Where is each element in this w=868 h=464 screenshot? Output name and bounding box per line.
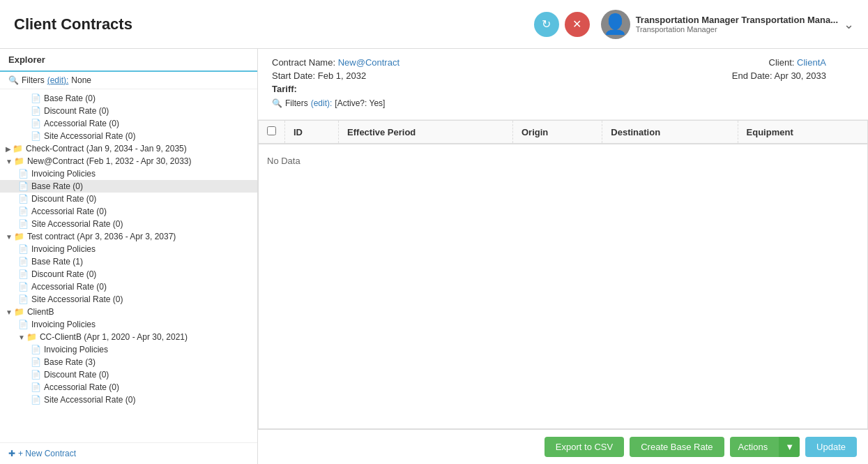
tree-item-label: ClientB bbox=[27, 307, 54, 317]
end-date-label: End Date: bbox=[732, 70, 772, 81]
tariff-table: ID Effective Period Origin Destination E… bbox=[259, 121, 867, 177]
doc-icon: 📄 bbox=[18, 244, 29, 254]
tree-item-label: Site Accessorial Rate (0) bbox=[31, 219, 123, 229]
tree-item-accessorial-rate-2[interactable]: 📄Accessorial Rate (0) bbox=[0, 205, 257, 218]
tree-item-label: Site Accessorial Rate (0) bbox=[44, 395, 135, 405]
tree-item-test-contract[interactable]: ▼📁Test contract (Apr 3, 2036 - Apr 3, 20… bbox=[0, 230, 257, 243]
tree-item-label: Discount Rate (0) bbox=[44, 370, 109, 380]
folder-icon: 📁 bbox=[26, 332, 37, 342]
tree-item-label: Accessorial Rate (0) bbox=[44, 382, 119, 392]
col-equipment: Equipment bbox=[738, 121, 867, 144]
tree-item-check-contract[interactable]: ▶📁Check-Contract (Jan 9, 2034 - Jan 9, 2… bbox=[0, 142, 257, 155]
contract-name-item: Contract Name: New@Contract bbox=[272, 57, 399, 68]
bottom-bar: Export to CSV Create Base Rate Actions ▼… bbox=[258, 429, 868, 464]
export-csv-button[interactable]: Export to CSV bbox=[545, 437, 624, 457]
user-section: 👤 Transportation Manager Transportation … bbox=[601, 10, 854, 39]
tree-item-clientB[interactable]: ▼📁ClientB bbox=[0, 306, 257, 318]
tree-item-base-rate-5[interactable]: 📄Base Rate (3) bbox=[0, 356, 257, 368]
expand-icon[interactable]: ▼ bbox=[6, 308, 13, 316]
tree-item-label: Discount Rate (0) bbox=[44, 106, 109, 116]
doc-icon: 📄 bbox=[18, 194, 29, 204]
tree-item-label: Test contract (Apr 3, 2036 - Apr 3, 2037… bbox=[27, 232, 176, 241]
tree-container[interactable]: 📄Base Rate (0)📄Discount Rate (0)📄Accesso… bbox=[0, 89, 257, 442]
tree-item-discount-rate-2[interactable]: 📄Discount Rate (0) bbox=[0, 193, 257, 205]
update-button[interactable]: Update bbox=[805, 437, 857, 457]
tariff-label: Tariff: bbox=[272, 84, 854, 94]
doc-icon: 📄 bbox=[31, 119, 41, 128]
tariff-filters-value: [Active?: Yes] bbox=[335, 98, 385, 108]
client-item: Client: ClientA bbox=[769, 57, 826, 68]
content-area: Contract Name: New@Contract Client: Clie… bbox=[258, 49, 868, 464]
tree-item-label: Accessorial Rate (0) bbox=[31, 282, 107, 292]
folder-icon: 📁 bbox=[14, 156, 24, 166]
doc-icon: 📄 bbox=[18, 169, 29, 179]
expand-icon[interactable]: ▶ bbox=[6, 145, 11, 153]
tree-item-discount-rate-5[interactable]: 📄Discount Rate (0) bbox=[0, 368, 257, 381]
create-base-rate-button[interactable]: Create Base Rate bbox=[630, 437, 724, 457]
tree-item-site-accessorial-rate-3[interactable]: 📄Site Accessorial Rate (0) bbox=[0, 293, 257, 306]
tree-item-new-contract[interactable]: ▼📁New@Contract (Feb 1, 2032 - Apr 30, 20… bbox=[0, 155, 257, 167]
tree-item-invoicing-policies-4[interactable]: 📄Invoicing Policies bbox=[0, 318, 257, 331]
avatar: 👤 bbox=[601, 10, 630, 39]
tree-item-base-rate-1[interactable]: 📄Base Rate (0) bbox=[0, 92, 257, 105]
folder-icon: 📁 bbox=[14, 232, 24, 241]
folder-icon: 📁 bbox=[13, 144, 23, 154]
search-icon: 🔍 bbox=[8, 75, 19, 85]
tariff-filters-edit[interactable]: (edit): bbox=[311, 98, 333, 108]
main-container: Explorer 🔍 Filters (edit): None 📄Base Ra… bbox=[0, 49, 868, 464]
tree-item-label: Check-Contract (Jan 9, 2034 - Jan 9, 203… bbox=[26, 144, 187, 154]
tree-item-base-rate-2[interactable]: 📄Base Rate (0) bbox=[0, 180, 257, 193]
tree-item-label: Discount Rate (0) bbox=[31, 194, 96, 204]
tree-item-base-rate-3[interactable]: 📄Base Rate (1) bbox=[0, 255, 257, 268]
tree-item-label: Invoicing Policies bbox=[31, 244, 96, 254]
tariff-table-wrapper[interactable]: ID Effective Period Origin Destination E… bbox=[258, 120, 868, 429]
close-button[interactable]: ✕ bbox=[565, 12, 590, 37]
info-row-1: Contract Name: New@Contract Client: Clie… bbox=[272, 57, 854, 68]
tree-item-label: Base Rate (0) bbox=[31, 181, 83, 191]
tree-item-accessorial-rate-1[interactable]: 📄Accessorial Rate (0) bbox=[0, 117, 257, 130]
tariff-filters: 🔍 Filters (edit): [Active?: Yes] bbox=[272, 98, 854, 108]
start-date-value: Feb 1, 2032 bbox=[318, 70, 366, 81]
tree-item-site-accessorial-rate-1[interactable]: 📄Site Accessorial Rate (0) bbox=[0, 130, 257, 142]
tree-item-label: Base Rate (0) bbox=[44, 93, 96, 103]
tree-item-site-accessorial-rate-5[interactable]: 📄Site Accessorial Rate (0) bbox=[0, 394, 257, 406]
tree-item-invoicing-policies-5[interactable]: 📄Invoicing Policies bbox=[0, 343, 257, 356]
end-date-value: Apr 30, 2033 bbox=[775, 70, 826, 81]
tree-item-label: New@Contract (Feb 1, 2032 - Apr 30, 2033… bbox=[27, 156, 192, 166]
tree-item-site-accessorial-rate-2[interactable]: 📄Site Accessorial Rate (0) bbox=[0, 218, 257, 230]
expand-icon[interactable]: ▼ bbox=[18, 334, 25, 341]
actions-label[interactable]: Actions bbox=[730, 437, 777, 457]
start-date-item: Start Date: Feb 1, 2032 bbox=[272, 70, 366, 81]
doc-icon: 📄 bbox=[18, 282, 29, 292]
client-label: Client: bbox=[769, 57, 795, 68]
tree-item-label: Accessorial Rate (0) bbox=[31, 207, 107, 216]
tree-item-discount-rate-3[interactable]: 📄Discount Rate (0) bbox=[0, 268, 257, 280]
expand-icon[interactable]: ▼ bbox=[6, 158, 13, 165]
tree-item-invoicing-policies-3[interactable]: 📄Invoicing Policies bbox=[0, 243, 257, 255]
tree-item-label: CC-ClientB (Apr 1, 2020 - Apr 30, 2021) bbox=[40, 332, 188, 342]
refresh-button[interactable]: ↻ bbox=[534, 12, 559, 37]
tree-item-invoicing-policies-2[interactable]: 📄Invoicing Policies bbox=[0, 167, 257, 180]
sidebar-filters-edit[interactable]: (edit): bbox=[47, 75, 69, 85]
sidebar-filters-bar: 🔍 Filters (edit): None bbox=[0, 72, 257, 89]
doc-icon: 📄 bbox=[31, 382, 41, 392]
doc-icon: 📄 bbox=[31, 345, 41, 354]
doc-icon: 📄 bbox=[31, 357, 41, 367]
select-all-checkbox[interactable] bbox=[267, 126, 276, 135]
user-dropdown-arrow[interactable]: ⌄ bbox=[844, 17, 854, 32]
tree-item-label: Accessorial Rate (0) bbox=[44, 119, 119, 128]
table-header-row: ID Effective Period Origin Destination E… bbox=[259, 121, 867, 144]
actions-dropdown-arrow[interactable]: ▼ bbox=[779, 437, 800, 457]
tree-item-accessorial-rate-5[interactable]: 📄Accessorial Rate (0) bbox=[0, 381, 257, 394]
doc-icon: 📄 bbox=[18, 207, 29, 216]
tree-item-discount-rate-1[interactable]: 📄Discount Rate (0) bbox=[0, 105, 257, 117]
tree-item-cc-clientB[interactable]: ▼📁CC-ClientB (Apr 1, 2020 - Apr 30, 2021… bbox=[0, 331, 257, 343]
doc-icon: 📄 bbox=[31, 370, 41, 380]
new-contract-link[interactable]: ✚ + New Contract bbox=[8, 449, 249, 458]
tree-item-accessorial-rate-3[interactable]: 📄Accessorial Rate (0) bbox=[0, 280, 257, 293]
expand-icon[interactable]: ▼ bbox=[6, 233, 13, 241]
col-origin: Origin bbox=[513, 121, 602, 144]
col-destination: Destination bbox=[602, 121, 738, 144]
checkbox-header bbox=[259, 121, 285, 144]
tree-item-label: Invoicing Policies bbox=[44, 345, 108, 354]
